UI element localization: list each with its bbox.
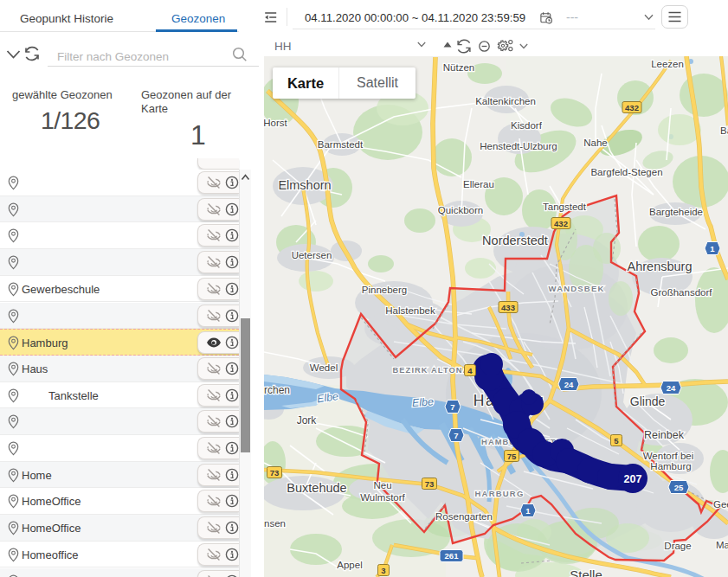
- svg-text:Wentorf bei: Wentorf bei: [643, 451, 694, 461]
- svg-text:Neu: Neu: [373, 480, 391, 490]
- svg-text:Buxtehude: Buxtehude: [287, 481, 346, 495]
- svg-text:Horst: Horst: [264, 118, 288, 128]
- svg-text:Pinneberg: Pinneberg: [362, 285, 407, 295]
- svg-text:5: 5: [614, 436, 619, 446]
- svg-text:Elbe: Elbe: [411, 395, 434, 409]
- svg-text:73: 73: [425, 479, 435, 489]
- svg-text:Geesthacht: Geesthacht: [713, 499, 728, 510]
- svg-text:4: 4: [467, 366, 473, 375]
- svg-text:1: 1: [525, 506, 531, 516]
- svg-text:HARBURG: HARBURG: [475, 489, 525, 498]
- svg-text:nsen: nsen: [264, 518, 286, 529]
- svg-text:1: 1: [710, 244, 715, 253]
- svg-text:261: 261: [445, 551, 460, 561]
- svg-text:75: 75: [507, 452, 517, 461]
- svg-text:Leezen: Leezen: [651, 59, 684, 69]
- svg-text:Marschacht: Marschacht: [716, 540, 728, 550]
- svg-text:207: 207: [624, 473, 642, 485]
- svg-text:Kaltenkirchen: Kaltenkirchen: [475, 96, 536, 106]
- svg-text:Bargfeld-Stegen: Bargfeld-Stegen: [590, 167, 662, 177]
- svg-text:Nahe: Nahe: [583, 138, 608, 148]
- svg-text:Rosengarten: Rosengarten: [435, 511, 493, 522]
- svg-text:rchen: rchen: [264, 384, 290, 396]
- svg-text:7: 7: [454, 431, 458, 440]
- svg-text:Bad Oldesloe: Bad Oldesloe: [720, 125, 728, 136]
- svg-text:Hamburg: Hamburg: [650, 461, 691, 471]
- svg-text:Appel: Appel: [337, 560, 362, 570]
- svg-text:24: 24: [667, 383, 676, 393]
- svg-text:433: 433: [501, 303, 515, 312]
- svg-text:Glinde: Glinde: [630, 394, 666, 408]
- svg-text:Kisdorf: Kisdorf: [511, 120, 543, 131]
- svg-text:432: 432: [554, 219, 568, 228]
- svg-text:Bargteheide: Bargteheide: [649, 207, 703, 217]
- svg-text:Drage: Drage: [664, 541, 691, 551]
- svg-text:Jork: Jork: [297, 414, 318, 426]
- svg-text:Tangstedt: Tangstedt: [543, 202, 587, 212]
- svg-text:7: 7: [450, 402, 454, 412]
- svg-text:WANDSBEK: WANDSBEK: [548, 284, 604, 293]
- svg-text:Nützen: Nützen: [443, 62, 474, 73]
- svg-text:3: 3: [381, 566, 385, 575]
- svg-text:Quickborn: Quickborn: [438, 205, 483, 215]
- svg-text:Wedel: Wedel: [310, 362, 338, 373]
- svg-text:Barmstedt: Barmstedt: [318, 139, 364, 150]
- svg-text:Henstedt-Ulzburg: Henstedt-Ulzburg: [480, 141, 557, 151]
- svg-text:Halstenbek: Halstenbek: [385, 305, 435, 316]
- svg-text:Ellerau: Ellerau: [463, 179, 494, 189]
- svg-text:Ahrensburg: Ahrensburg: [628, 260, 693, 273]
- svg-text:25: 25: [674, 483, 684, 492]
- svg-text:24: 24: [564, 380, 574, 389]
- svg-text:Großhansdorf: Großhansdorf: [651, 287, 713, 298]
- svg-text:Reinbek: Reinbek: [644, 429, 685, 441]
- svg-text:Norderstedt: Norderstedt: [482, 234, 548, 247]
- svg-text:Uetersen: Uetersen: [292, 250, 332, 260]
- svg-text:Wulmstorf: Wulmstorf: [360, 492, 405, 503]
- svg-text:BEZIRK ALTONA: BEZIRK ALTONA: [392, 366, 469, 375]
- svg-text:Elmshorn: Elmshorn: [278, 178, 331, 192]
- svg-text:432: 432: [625, 103, 639, 112]
- svg-text:Stelle: Stelle: [570, 567, 602, 577]
- svg-text:73: 73: [270, 468, 280, 478]
